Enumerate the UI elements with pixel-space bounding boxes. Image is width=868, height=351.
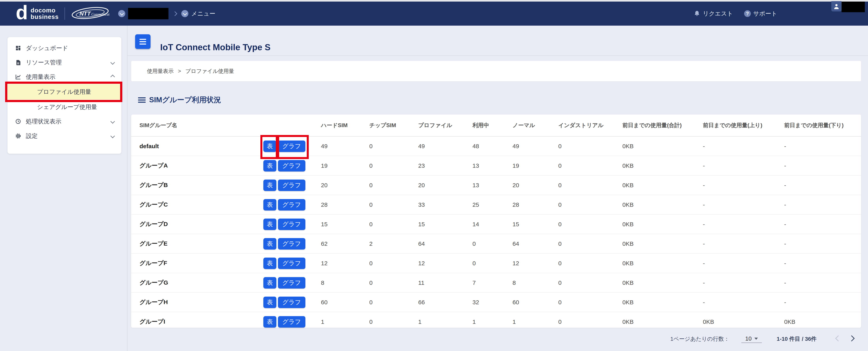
table-view-button[interactable]: 表	[264, 238, 276, 249]
cell-up: -	[694, 279, 775, 286]
brand-line2: business	[31, 13, 59, 20]
row-actions: 表グラフ	[260, 180, 312, 191]
sidebar-item-dashboard[interactable]: ダッシュボード	[7, 42, 121, 54]
table-view-button[interactable]: 表	[264, 257, 276, 269]
cell-hard: 49	[312, 143, 361, 149]
list-icon	[138, 97, 146, 103]
column-header-down: 前日までの使用量(下り)	[775, 121, 861, 129]
cell-industrial: 0	[549, 202, 614, 208]
sim-icon	[15, 59, 22, 66]
cell-total: 0KB	[614, 240, 694, 247]
table-view-button[interactable]: 表	[264, 141, 276, 152]
cell-name: グループD	[131, 220, 260, 228]
cell-up: -	[694, 240, 775, 247]
graph-view-button[interactable]: グラフ	[278, 296, 305, 308]
support-link[interactable]: ? サポート	[744, 10, 777, 18]
cell-name: グループH	[131, 298, 260, 306]
request-label: リクエスト	[703, 10, 733, 18]
table-view-button[interactable]: 表	[264, 316, 276, 327]
cell-normal: 20	[504, 182, 549, 188]
cell-profile: 49	[409, 143, 464, 149]
table-row-グループG: グループG表グラフ80117800KB--	[131, 273, 861, 293]
cell-profile: 20	[409, 182, 464, 188]
cell-down: -	[775, 163, 861, 169]
select-caret-icon	[754, 338, 758, 340]
sidebar-item-label: リソース管理	[26, 59, 62, 67]
cell-chip: 2	[361, 240, 409, 247]
cell-industrial: 0	[549, 299, 614, 306]
person-icon	[833, 3, 840, 10]
rows-per-page-select[interactable]: 10	[741, 335, 762, 343]
table-view-button[interactable]: 表	[264, 180, 276, 191]
table-row-default: default表グラフ49049484900KB--	[131, 137, 861, 156]
menu-label[interactable]: メニュー	[191, 10, 215, 18]
sidebar-item-settings[interactable]: 設定	[7, 131, 121, 141]
sidebar-item-resource-management[interactable]: リソース管理	[7, 57, 121, 68]
breadcrumb: 使用量表示 > プロファイル使用量	[131, 61, 861, 81]
account-name-redacted[interactable]	[128, 8, 168, 19]
sidebar-item-usage-display[interactable]: 使用量表示	[7, 71, 121, 82]
graph-view-button[interactable]: グラフ	[278, 277, 305, 288]
cell-normal: 8	[504, 279, 549, 286]
table-view-button[interactable]: 表	[264, 218, 276, 230]
row-actions: 表グラフ	[260, 316, 312, 327]
account-dropdown-icon[interactable]	[118, 10, 125, 17]
row-actions: 表グラフ	[260, 277, 312, 288]
cell-down: -	[775, 279, 861, 286]
graph-view-button[interactable]: グラフ	[278, 160, 305, 171]
sidebar-item-process-status[interactable]: 処理状況表示	[7, 116, 121, 127]
cell-in_use: 32	[464, 299, 504, 306]
cell-industrial: 0	[549, 182, 614, 188]
cell-profile: 66	[409, 299, 464, 306]
question-icon: ?	[744, 10, 751, 17]
request-link[interactable]: リクエスト	[693, 10, 733, 18]
ntt-communications-logo: NTT Communications	[71, 6, 110, 21]
cell-up: -	[694, 260, 775, 267]
cell-normal: 1	[504, 318, 549, 325]
cell-chip: 0	[361, 163, 409, 169]
sidebar-item-profile-usage[interactable]: プロファイル使用量	[7, 84, 121, 100]
sidebar-item-label: 処理状況表示	[26, 117, 61, 126]
table-view-button[interactable]: 表	[264, 296, 276, 308]
cell-in_use: 0	[464, 260, 504, 267]
graph-view-button[interactable]: グラフ	[278, 218, 305, 230]
cell-hard: 20	[312, 182, 361, 188]
sidebar-item-label: 使用量表示	[26, 73, 56, 81]
user-avatar-badge[interactable]	[831, 1, 842, 11]
graph-view-button[interactable]: グラフ	[278, 257, 305, 269]
previous-page-button[interactable]	[835, 335, 841, 341]
sidebar-item-share-group-usage[interactable]: シェアグループ使用量	[7, 102, 121, 112]
table-view-button[interactable]: 表	[264, 199, 276, 210]
cell-in_use: 14	[464, 221, 504, 227]
cell-down: -	[775, 182, 861, 188]
table-view-button[interactable]: 表	[264, 277, 276, 288]
table-view-button[interactable]: 表	[264, 160, 276, 171]
cell-normal: 15	[504, 221, 549, 227]
column-header-chip: チップSIM	[361, 121, 409, 129]
next-page-button[interactable]	[848, 335, 855, 341]
column-header-total: 前日までの使用量(合計)	[614, 121, 694, 129]
cell-hard: 62	[312, 240, 361, 247]
cell-profile: 64	[409, 240, 464, 247]
graph-view-button[interactable]: グラフ	[278, 316, 305, 327]
graph-view-button[interactable]: グラフ	[278, 141, 305, 152]
cell-hard: 28	[312, 202, 361, 208]
row-actions: 表グラフ	[260, 141, 312, 152]
graph-view-button[interactable]: グラフ	[278, 238, 305, 249]
cell-down: -	[775, 240, 861, 247]
cell-down: -	[775, 143, 861, 149]
support-label: サポート	[753, 10, 777, 18]
sidebar-toggle-button[interactable]	[135, 34, 151, 49]
breadcrumb-parent[interactable]: 使用量表示	[147, 68, 174, 75]
breadcrumb-separator: >	[178, 68, 181, 74]
cell-normal: 28	[504, 202, 549, 208]
row-actions: 表グラフ	[260, 238, 312, 249]
cell-total: 0KB	[614, 279, 694, 286]
menu-dropdown-icon[interactable]	[181, 10, 188, 17]
graph-view-button[interactable]: グラフ	[278, 180, 305, 191]
graph-view-button[interactable]: グラフ	[278, 199, 305, 210]
cell-hard: 12	[312, 260, 361, 267]
sidebar-menu: ダッシュボードリソース管理使用量表示プロファイル使用量シェアグループ使用量処理状…	[7, 37, 121, 154]
logo-divider	[64, 7, 65, 20]
cell-in_use: 1	[464, 318, 504, 325]
